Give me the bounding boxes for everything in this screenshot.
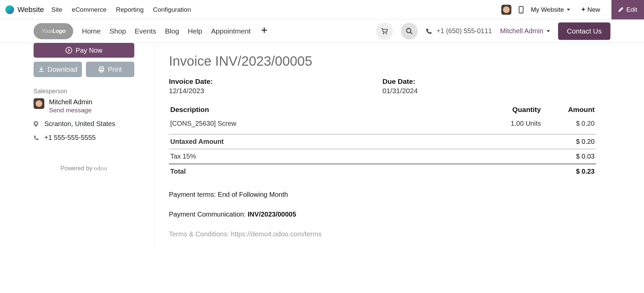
admin-menu-reporting[interactable]: Reporting (116, 6, 143, 13)
user-dropdown[interactable]: Mitchell Admin (500, 27, 550, 35)
svg-point-3 (386, 33, 387, 34)
powered-by[interactable]: Powered by odoo (34, 165, 134, 172)
nav-home[interactable]: Home (82, 27, 101, 35)
search-button[interactable] (401, 23, 418, 40)
tax-value: $ 0.03 (478, 149, 596, 164)
print-label: Print (108, 66, 122, 73)
terms-and-conditions[interactable]: Terms & Conditions: https://demo4.odoo.c… (169, 230, 596, 238)
print-button[interactable]: Print (86, 62, 134, 77)
website-selector[interactable]: My Website (531, 6, 570, 13)
salesperson-avatar (34, 98, 44, 109)
due-date-block: Due Date: 01/31/2024 (382, 77, 596, 95)
admin-brand-label: Website (17, 5, 44, 14)
location-line: Scranton, United States (34, 120, 134, 128)
user-avatar[interactable] (501, 5, 511, 15)
svg-point-5 (66, 47, 72, 53)
admin-menu-site[interactable]: Site (51, 6, 62, 13)
line-quantity: 1.00 Units (482, 117, 542, 134)
due-date-label: Due Date: (382, 77, 596, 85)
caret-down-icon (547, 30, 550, 32)
plus-icon (261, 27, 267, 33)
salesperson-card: Mitchell Admin Send message (34, 98, 134, 114)
pencil-icon (618, 7, 624, 12)
untaxed-value: $ 0.20 (478, 134, 596, 149)
arrow-circle-right-icon (65, 47, 72, 54)
cart-button[interactable] (376, 23, 393, 40)
col-description: Description (169, 102, 482, 117)
tax-label: Tax 15% (169, 149, 478, 164)
phone-text: +1 555-555-5555 (44, 134, 96, 141)
powered-prefix: Powered by (60, 165, 94, 172)
col-quantity: Quantity (482, 102, 542, 117)
main-content: Pay Now Download Print Salesperson Mitch… (0, 43, 644, 262)
plus-icon: + (582, 6, 586, 13)
new-button-label: New (587, 6, 600, 13)
salesperson-section: Salesperson Mitchell Admin Send message … (34, 88, 134, 141)
download-button[interactable]: Download (34, 62, 82, 77)
pay-now-button[interactable]: Pay Now (34, 43, 134, 58)
mobile-preview-icon[interactable] (519, 6, 523, 13)
nav-appointment[interactable]: Appointment (211, 27, 251, 35)
site-header: YourLogo Home Shop Events Blog Help Appo… (0, 19, 644, 43)
line-description: [CONS_25630] Screw (169, 117, 482, 134)
download-icon (38, 66, 44, 72)
due-date-value: 01/31/2024 (382, 87, 596, 95)
add-page-button[interactable] (259, 27, 269, 35)
header-phone[interactable]: +1 (650) 555-0111 (426, 27, 492, 35)
nav-shop[interactable]: Shop (109, 27, 126, 35)
edit-button[interactable]: Edit (611, 0, 644, 19)
admin-brand[interactable]: Website (5, 5, 44, 14)
phone-icon (426, 28, 432, 34)
cart-icon (381, 28, 388, 35)
svg-point-4 (407, 28, 411, 33)
admin-menu-ecommerce[interactable]: eCommerce (72, 6, 106, 13)
payment-terms: Payment terms: End of Following Month (169, 191, 596, 198)
invoice-title: Invoice INV/2023/00005 (169, 54, 596, 69)
admin-bar: Website Site eCommerce Reporting Configu… (0, 0, 644, 19)
download-label: Download (48, 66, 78, 73)
site-logo[interactable]: YourLogo (34, 23, 73, 39)
phone-icon (34, 135, 40, 140)
site-nav: Home Shop Events Blog Help Appointment (82, 27, 269, 35)
admin-menu-configuration[interactable]: Configuration (153, 6, 191, 13)
pay-now-label: Pay Now (76, 47, 102, 54)
edit-button-label: Edit (626, 6, 637, 13)
website-selector-label: My Website (531, 6, 564, 13)
location-text: Scranton, United States (44, 120, 115, 128)
untaxed-label: Untaxed Amount (169, 134, 478, 149)
svg-point-2 (383, 33, 384, 34)
avatar-face-icon (503, 6, 510, 13)
new-button[interactable]: + New (578, 6, 604, 13)
salesperson-name: Mitchell Admin (49, 98, 92, 106)
invoice-content: Invoice INV/2023/00005 Invoice Date: 12/… (154, 43, 610, 249)
contact-us-label: Contact Us (567, 27, 602, 35)
invoice-lines-table: Description Quantity Amount [CONS_25630]… (169, 102, 596, 134)
salesperson-label: Salesperson (34, 88, 134, 95)
invoice-date-value: 12/14/2023 (169, 87, 382, 95)
table-row: [CONS_25630] Screw 1.00 Units $ 0.20 (169, 117, 596, 134)
payment-comm-label: Payment Communication: (169, 211, 248, 218)
nav-events[interactable]: Events (135, 27, 156, 35)
user-name: Mitchell Admin (500, 27, 543, 35)
totals-table: Untaxed Amount $ 0.20 Tax 15% $ 0.03 Tot… (169, 134, 596, 179)
nav-help[interactable]: Help (188, 27, 202, 35)
print-icon (98, 66, 104, 72)
avatar-face-icon (36, 100, 42, 107)
header-phone-number: +1 (650) 555-0111 (436, 27, 492, 35)
search-icon (406, 27, 413, 35)
admin-bar-right: My Website + New Edit (501, 0, 644, 19)
phone-line: +1 555-555-5555 (34, 134, 134, 141)
sidebar: Pay Now Download Print Salesperson Mitch… (34, 43, 134, 249)
admin-bar-left: Website Site eCommerce Reporting Configu… (5, 5, 191, 14)
total-label: Total (169, 164, 478, 179)
nav-blog[interactable]: Blog (165, 27, 179, 35)
col-amount: Amount (542, 102, 596, 117)
caret-down-icon (567, 9, 570, 11)
invoice-date-block: Invoice Date: 12/14/2023 (169, 77, 382, 95)
total-value: $ 0.23 (478, 164, 596, 179)
svg-point-1 (521, 12, 521, 12)
pin-icon (34, 121, 40, 127)
line-amount: $ 0.20 (542, 117, 596, 134)
send-message-link[interactable]: Send message (49, 107, 92, 114)
contact-us-button[interactable]: Contact Us (558, 22, 610, 40)
